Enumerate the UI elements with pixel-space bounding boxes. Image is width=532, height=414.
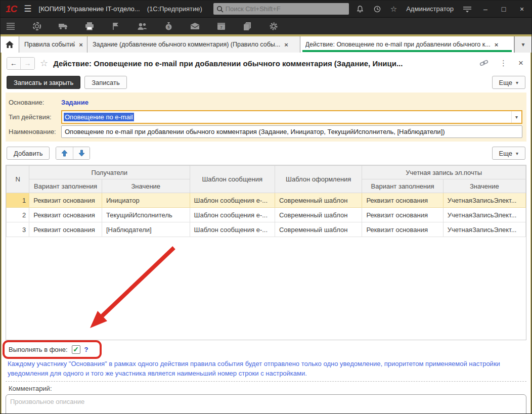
- table-toolbar: Добавить Еще ▾: [6, 142, 526, 162]
- cell-account-value[interactable]: УчетнаяЗаписьЭлект...: [443, 193, 525, 208]
- print-icon[interactable]: [84, 21, 95, 31]
- more-label: Еще: [499, 150, 512, 157]
- run-in-background-row: Выполнять в фоне: ✓ ?: [6, 340, 526, 358]
- command-bar: Записать и закрыть Записать Еще ▾: [6, 73, 526, 92]
- global-search[interactable]: [213, 3, 349, 15]
- move-down-button[interactable]: [73, 147, 90, 159]
- back-button[interactable]: ←: [7, 58, 21, 69]
- more-button[interactable]: Еще ▾: [492, 76, 525, 89]
- user-name[interactable]: Администратор: [406, 5, 454, 13]
- more-label: Еще: [499, 79, 512, 86]
- combo-dropdown-button[interactable]: ▾: [511, 111, 521, 123]
- get-link-icon[interactable]: [479, 59, 489, 67]
- cell-account-fill-variant[interactable]: Реквизит основания: [362, 208, 443, 222]
- table-row[interactable]: 1 Реквизит основания Инициатор Шаблон со…: [7, 193, 526, 208]
- hamburger-menu-icon[interactable]: ☰: [24, 4, 31, 14]
- tab-list-dropdown-button[interactable]: ▾: [514, 36, 531, 53]
- save-and-close-button[interactable]: Записать и закрыть: [7, 76, 80, 89]
- home-tab-button[interactable]: [1, 36, 19, 53]
- tab-close-icon[interactable]: ×: [79, 41, 83, 49]
- run-in-background-checkbox[interactable]: ✓: [72, 345, 80, 354]
- cell-row-number[interactable]: 2: [7, 208, 29, 222]
- cell-value[interactable]: Инициатор: [102, 193, 190, 208]
- save-button[interactable]: Записать: [84, 76, 127, 89]
- col-header-n[interactable]: N: [7, 166, 29, 193]
- tab-label: Действие: Оповещение по e-mail при добав…: [305, 41, 491, 48]
- chevron-down-icon: ▾: [515, 114, 518, 120]
- name-input[interactable]: [61, 125, 522, 138]
- add-row-button[interactable]: Добавить: [7, 147, 50, 160]
- table-row[interactable]: 2 Реквизит основания ТекущийИсполнитель …: [7, 208, 526, 222]
- cell-message-template[interactable]: Шаблон сообщения e-...: [190, 208, 275, 222]
- base-link[interactable]: Задание: [61, 99, 88, 106]
- cell-message-template[interactable]: Шаблон сообщения e-...: [190, 193, 275, 208]
- discussions-icon[interactable]: [32, 21, 42, 31]
- tab-action-email[interactable]: Действие: Оповещение по e-mail при добав…: [300, 36, 515, 53]
- cell-row-number[interactable]: 1: [7, 193, 29, 208]
- move-up-button[interactable]: [56, 147, 73, 159]
- maximize-button[interactable]: □: [499, 5, 508, 13]
- col-header-fill-variant[interactable]: Вариант заполнения: [29, 179, 102, 193]
- cell-style-template[interactable]: Современный шаблон: [275, 222, 362, 237]
- favorites-star-icon[interactable]: ☆: [390, 5, 397, 13]
- action-type-combobox[interactable]: Оповещение по e-mail ▾: [61, 110, 522, 124]
- col-header-value[interactable]: Значение: [443, 179, 525, 193]
- service-menu-icon[interactable]: [463, 6, 472, 13]
- base-label: Основание:: [9, 99, 61, 106]
- table-row[interactable]: 3 Реквизит основания [Наблюдатели] Шабло…: [7, 222, 526, 237]
- tasks-flags-icon[interactable]: [111, 21, 121, 31]
- cell-message-template[interactable]: Шаблон сообщения e-...: [190, 222, 275, 237]
- col-header-fill-variant[interactable]: Вариант заполнения: [362, 179, 443, 193]
- more-button-table[interactable]: Еще ▾: [492, 147, 525, 160]
- form-close-icon[interactable]: ×: [518, 58, 523, 68]
- tab-event-rules[interactable]: Правила событий ×: [19, 36, 87, 53]
- cell-account-value[interactable]: УчетнаяЗаписьЭлект...: [443, 222, 525, 237]
- up-arrow-icon: [61, 150, 68, 157]
- cell-account-fill-variant[interactable]: Реквизит основания: [362, 193, 443, 208]
- delivery-icon[interactable]: [58, 21, 68, 31]
- mail-icon[interactable]: [190, 21, 200, 31]
- col-header-recipients[interactable]: Получатели: [29, 166, 190, 179]
- search-icon: [216, 6, 224, 13]
- tab-close-icon[interactable]: ×: [495, 41, 499, 49]
- cell-fill-variant[interactable]: Реквизит основания: [29, 193, 102, 208]
- tab-task-rule[interactable]: Задание (добавление обычного комментария…: [87, 36, 300, 53]
- tab-close-icon[interactable]: ×: [284, 41, 288, 49]
- finance-icon[interactable]: $: [163, 21, 173, 31]
- form-menu-kebab-icon[interactable]: ⋮: [500, 59, 507, 68]
- cell-fill-variant[interactable]: Реквизит основания: [29, 208, 102, 222]
- help-link[interactable]: ?: [84, 346, 88, 353]
- history-icon[interactable]: [373, 5, 381, 13]
- search-input[interactable]: [226, 5, 346, 13]
- col-header-email-account[interactable]: Учетная запись эл.почты: [362, 166, 526, 179]
- onec-logo: 1С: [6, 4, 17, 15]
- svg-text:7: 7: [220, 25, 223, 30]
- cell-style-template[interactable]: Современный шаблон: [275, 193, 362, 208]
- tab-label: Правила событий: [24, 41, 75, 48]
- cell-value[interactable]: ТекущийИсполнитель: [102, 208, 190, 222]
- cell-account-fill-variant[interactable]: Реквизит основания: [362, 222, 443, 237]
- users-icon[interactable]: [137, 21, 147, 31]
- table-empty-area[interactable]: [6, 237, 526, 340]
- minimize-button[interactable]: –: [481, 5, 490, 13]
- calendar-icon[interactable]: 7: [216, 21, 226, 31]
- home-icon: [6, 41, 14, 48]
- sections-menu-icon[interactable]: [6, 21, 16, 31]
- cell-account-value[interactable]: УчетнаяЗаписьЭлект...: [443, 208, 525, 222]
- forward-button[interactable]: →: [21, 58, 34, 69]
- cell-fill-variant[interactable]: Реквизит основания: [29, 222, 102, 237]
- comment-textarea[interactable]: [6, 394, 526, 414]
- form-title: Действие: Оповещение по e-mail при добав…: [53, 59, 403, 68]
- close-button[interactable]: ×: [517, 5, 526, 13]
- col-header-message-template[interactable]: Шаблон сообщения: [190, 166, 275, 193]
- col-header-value[interactable]: Значение: [102, 179, 190, 193]
- notifications-bell-icon[interactable]: [356, 5, 364, 13]
- cell-row-number[interactable]: 3: [7, 222, 29, 237]
- favorite-star-icon[interactable]: ☆: [40, 58, 48, 69]
- form-header: ← → ☆ Действие: Оповещение по e-mail при…: [6, 53, 526, 73]
- settings-gear-icon[interactable]: [269, 21, 279, 31]
- copies-icon[interactable]: [242, 21, 252, 31]
- cell-value[interactable]: [Наблюдатели]: [102, 222, 190, 237]
- col-header-style-template[interactable]: Шаблон оформления: [275, 166, 362, 193]
- cell-style-template[interactable]: Современный шаблон: [275, 208, 362, 222]
